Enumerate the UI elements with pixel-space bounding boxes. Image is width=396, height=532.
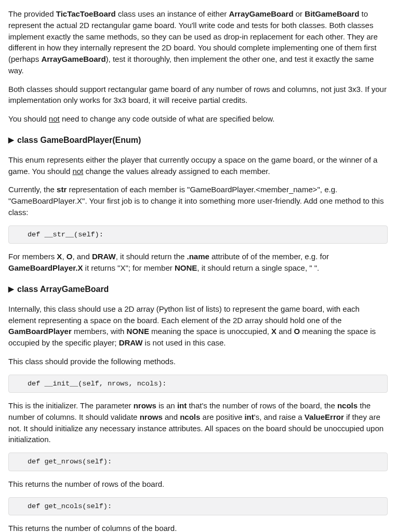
intro-paragraph-1: The provided TicTacToeBoard class uses a… bbox=[8, 8, 388, 76]
section-arraygameboard: class ArrayGameBoard bbox=[8, 281, 388, 297]
code-getncols-method: def get_ncols(self): bbox=[8, 497, 388, 516]
intro-paragraph-3: You should not need to change any code o… bbox=[8, 113, 388, 125]
gbp-paragraph-3: For members X, O, and DRAW, it should re… bbox=[8, 251, 388, 274]
agb-paragraph-4: This returns the number of rows of the b… bbox=[8, 478, 388, 490]
agb-paragraph-1: Internally, this class should use a 2D a… bbox=[8, 303, 388, 349]
intro-paragraph-2: Both classes should support rectangular … bbox=[8, 84, 388, 107]
agb-paragraph-2: This class should provide the following … bbox=[8, 356, 388, 367]
code-str-method: def __str__(self): bbox=[8, 225, 388, 244]
gbp-paragraph-1: This enum represents either the player t… bbox=[8, 154, 388, 177]
section-arraygameboard-summary[interactable]: class ArrayGameBoard bbox=[8, 281, 388, 297]
code-getnrows-method: def get_nrows(self): bbox=[8, 453, 388, 471]
agb-paragraph-3: This is the initializer. The parameter n… bbox=[8, 400, 388, 445]
agb-paragraph-5: This returns the number of columns of th… bbox=[8, 523, 388, 532]
section-gameboardplayer: class GameBoardPlayer(Enum) bbox=[8, 132, 388, 148]
code-init-method: def __init__(self, nrows, ncols): bbox=[8, 375, 388, 393]
gbp-paragraph-2: Currently, the str representation of eac… bbox=[8, 184, 388, 218]
section-gameboardplayer-summary[interactable]: class GameBoardPlayer(Enum) bbox=[8, 132, 388, 148]
